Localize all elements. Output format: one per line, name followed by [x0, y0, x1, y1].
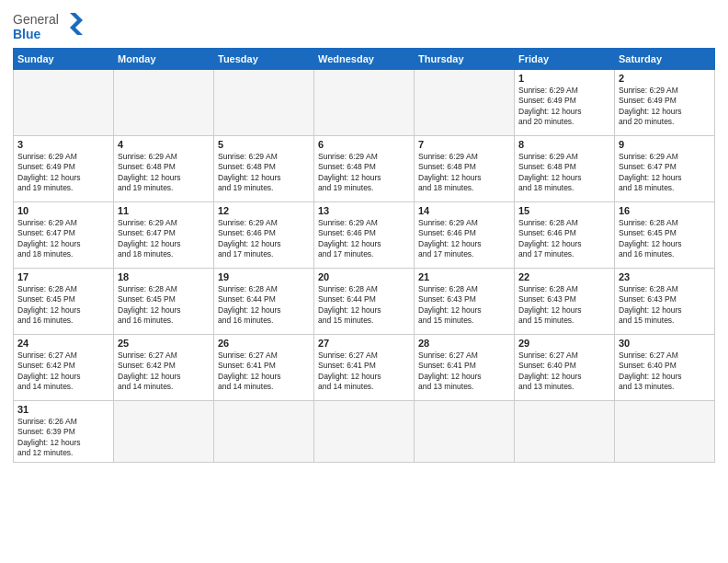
- day-number: 6: [318, 139, 410, 150]
- day-info: Sunrise: 6:28 AM Sunset: 6:43 PM Dayligh…: [418, 284, 510, 327]
- day-info: Sunrise: 6:29 AM Sunset: 6:49 PM Dayligh…: [619, 86, 711, 128]
- day-cell: 24Sunrise: 6:27 AM Sunset: 6:42 PM Dayli…: [14, 335, 114, 401]
- day-info: Sunrise: 6:28 AM Sunset: 6:44 PM Dayligh…: [218, 284, 310, 327]
- day-info: Sunrise: 6:28 AM Sunset: 6:45 PM Dayligh…: [118, 284, 210, 327]
- day-info: Sunrise: 6:29 AM Sunset: 6:47 PM Dayligh…: [17, 218, 109, 260]
- week-row-1: 1Sunrise: 6:29 AM Sunset: 6:49 PM Daylig…: [14, 70, 715, 136]
- day-cell: 26Sunrise: 6:27 AM Sunset: 6:41 PM Dayli…: [214, 335, 314, 401]
- day-number: 16: [619, 205, 711, 216]
- day-cell: 6Sunrise: 6:29 AM Sunset: 6:48 PM Daylig…: [314, 136, 415, 202]
- day-cell: [615, 401, 715, 463]
- day-number: 10: [17, 205, 109, 216]
- day-number: 23: [619, 271, 711, 282]
- day-info: Sunrise: 6:29 AM Sunset: 6:46 PM Dayligh…: [218, 218, 310, 260]
- day-cell: 30Sunrise: 6:27 AM Sunset: 6:40 PM Dayli…: [615, 335, 715, 401]
- day-cell: 27Sunrise: 6:27 AM Sunset: 6:41 PM Dayli…: [314, 335, 415, 401]
- day-cell: 29Sunrise: 6:27 AM Sunset: 6:40 PM Dayli…: [515, 335, 615, 401]
- day-cell: [415, 401, 515, 463]
- day-cell: 11Sunrise: 6:29 AM Sunset: 6:47 PM Dayli…: [114, 202, 214, 269]
- day-number: 14: [418, 205, 510, 216]
- header-row: SundayMondayTuesdayWednesdayThursdayFrid…: [14, 49, 715, 70]
- day-cell: 13Sunrise: 6:29 AM Sunset: 6:46 PM Dayli…: [314, 202, 415, 269]
- day-number: 25: [118, 338, 210, 349]
- day-number: 30: [619, 338, 711, 349]
- col-header-tuesday: Tuesday: [214, 49, 314, 70]
- logo: General Blue: [13, 9, 86, 42]
- day-cell: 23Sunrise: 6:28 AM Sunset: 6:43 PM Dayli…: [615, 269, 715, 335]
- day-number: 4: [118, 139, 210, 150]
- day-cell: [314, 70, 415, 136]
- calendar-table: SundayMondayTuesdayWednesdayThursdayFrid…: [13, 48, 715, 463]
- day-number: 18: [118, 271, 210, 282]
- day-info: Sunrise: 6:26 AM Sunset: 6:39 PM Dayligh…: [17, 417, 109, 459]
- day-cell: 1Sunrise: 6:29 AM Sunset: 6:49 PM Daylig…: [515, 70, 615, 136]
- day-number: 24: [17, 338, 109, 349]
- header: General Blue: [13, 9, 715, 42]
- day-cell: 19Sunrise: 6:28 AM Sunset: 6:44 PM Dayli…: [214, 269, 314, 335]
- day-info: Sunrise: 6:27 AM Sunset: 6:41 PM Dayligh…: [218, 350, 310, 393]
- day-info: Sunrise: 6:29 AM Sunset: 6:48 PM Dayligh…: [318, 152, 410, 194]
- day-number: 9: [619, 139, 711, 150]
- day-info: Sunrise: 6:28 AM Sunset: 6:45 PM Dayligh…: [619, 218, 711, 260]
- day-cell: 8Sunrise: 6:29 AM Sunset: 6:48 PM Daylig…: [515, 136, 615, 202]
- day-cell: [415, 70, 515, 136]
- day-cell: [515, 401, 615, 463]
- week-row-5: 24Sunrise: 6:27 AM Sunset: 6:42 PM Dayli…: [14, 335, 715, 401]
- day-number: 5: [218, 139, 310, 150]
- day-number: 7: [418, 139, 510, 150]
- day-cell: 22Sunrise: 6:28 AM Sunset: 6:43 PM Dayli…: [515, 269, 615, 335]
- day-info: Sunrise: 6:29 AM Sunset: 6:48 PM Dayligh…: [418, 152, 510, 194]
- day-number: 22: [518, 271, 610, 282]
- day-cell: 4Sunrise: 6:29 AM Sunset: 6:48 PM Daylig…: [114, 136, 214, 202]
- day-cell: [14, 70, 114, 136]
- calendar-body: 1Sunrise: 6:29 AM Sunset: 6:49 PM Daylig…: [14, 70, 715, 463]
- day-number: 13: [318, 205, 410, 216]
- day-number: 19: [218, 271, 310, 282]
- day-cell: [214, 401, 314, 463]
- day-info: Sunrise: 6:29 AM Sunset: 6:49 PM Dayligh…: [518, 86, 610, 128]
- day-info: Sunrise: 6:27 AM Sunset: 6:40 PM Dayligh…: [518, 350, 610, 393]
- day-info: Sunrise: 6:29 AM Sunset: 6:47 PM Dayligh…: [118, 218, 210, 260]
- day-number: 1: [518, 73, 610, 84]
- day-cell: 15Sunrise: 6:28 AM Sunset: 6:46 PM Dayli…: [515, 202, 615, 269]
- day-info: Sunrise: 6:27 AM Sunset: 6:42 PM Dayligh…: [118, 350, 210, 393]
- day-cell: 3Sunrise: 6:29 AM Sunset: 6:49 PM Daylig…: [14, 136, 114, 202]
- day-info: Sunrise: 6:27 AM Sunset: 6:42 PM Dayligh…: [17, 350, 109, 393]
- day-number: 28: [418, 338, 510, 349]
- page: General Blue SundayMondayTuesdayWednesda…: [0, 0, 728, 563]
- day-cell: 2Sunrise: 6:29 AM Sunset: 6:49 PM Daylig…: [615, 70, 715, 136]
- col-header-sunday: Sunday: [14, 49, 114, 70]
- col-header-wednesday: Wednesday: [314, 49, 415, 70]
- svg-text:General: General: [13, 12, 59, 27]
- svg-text:Blue: Blue: [13, 27, 41, 41]
- day-cell: 25Sunrise: 6:27 AM Sunset: 6:42 PM Dayli…: [114, 335, 214, 401]
- day-info: Sunrise: 6:27 AM Sunset: 6:41 PM Dayligh…: [418, 350, 510, 393]
- week-row-3: 10Sunrise: 6:29 AM Sunset: 6:47 PM Dayli…: [14, 202, 715, 269]
- day-info: Sunrise: 6:29 AM Sunset: 6:46 PM Dayligh…: [418, 218, 510, 260]
- day-info: Sunrise: 6:28 AM Sunset: 6:44 PM Dayligh…: [318, 284, 410, 327]
- day-cell: 5Sunrise: 6:29 AM Sunset: 6:48 PM Daylig…: [214, 136, 314, 202]
- day-info: Sunrise: 6:27 AM Sunset: 6:40 PM Dayligh…: [619, 350, 711, 393]
- calendar-header: SundayMondayTuesdayWednesdayThursdayFrid…: [14, 49, 715, 70]
- day-info: Sunrise: 6:29 AM Sunset: 6:48 PM Dayligh…: [518, 152, 610, 194]
- week-row-6: 31Sunrise: 6:26 AM Sunset: 6:39 PM Dayli…: [14, 401, 715, 463]
- day-cell: 21Sunrise: 6:28 AM Sunset: 6:43 PM Dayli…: [415, 269, 515, 335]
- day-cell: 18Sunrise: 6:28 AM Sunset: 6:45 PM Dayli…: [114, 269, 214, 335]
- day-info: Sunrise: 6:28 AM Sunset: 6:46 PM Dayligh…: [518, 218, 610, 260]
- week-row-2: 3Sunrise: 6:29 AM Sunset: 6:49 PM Daylig…: [14, 136, 715, 202]
- day-number: 8: [518, 139, 610, 150]
- day-cell: [114, 70, 214, 136]
- day-info: Sunrise: 6:28 AM Sunset: 6:43 PM Dayligh…: [619, 284, 711, 327]
- day-cell: [314, 401, 415, 463]
- day-cell: 31Sunrise: 6:26 AM Sunset: 6:39 PM Dayli…: [14, 401, 114, 463]
- week-row-4: 17Sunrise: 6:28 AM Sunset: 6:45 PM Dayli…: [14, 269, 715, 335]
- day-info: Sunrise: 6:29 AM Sunset: 6:48 PM Dayligh…: [118, 152, 210, 194]
- day-number: 31: [17, 404, 109, 415]
- day-cell: 14Sunrise: 6:29 AM Sunset: 6:46 PM Dayli…: [415, 202, 515, 269]
- day-number: 27: [318, 338, 410, 349]
- col-header-saturday: Saturday: [615, 49, 715, 70]
- day-cell: 9Sunrise: 6:29 AM Sunset: 6:47 PM Daylig…: [615, 136, 715, 202]
- day-number: 21: [418, 271, 510, 282]
- generalblue-logo-icon: General Blue: [13, 9, 86, 42]
- day-cell: 16Sunrise: 6:28 AM Sunset: 6:45 PM Dayli…: [615, 202, 715, 269]
